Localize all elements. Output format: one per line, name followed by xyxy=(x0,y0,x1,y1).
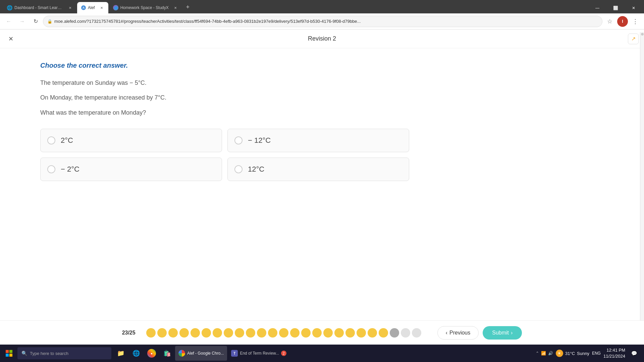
tab-label-dashboard: Dashboard - Smart Learning Ga xyxy=(14,5,64,10)
tab-label-homework: Homework Space - StudyX xyxy=(120,5,169,10)
clock[interactable]: 12:41 PM 11/21/2024 xyxy=(603,347,625,359)
clock-time: 12:41 PM xyxy=(603,347,625,353)
chrome-app-label: Alef - Google Chro... xyxy=(187,351,224,356)
dot-20[interactable] xyxy=(357,328,366,338)
radio-d[interactable] xyxy=(234,165,243,173)
teams-app-icon: T xyxy=(231,350,238,357)
svg-rect-2 xyxy=(6,354,9,357)
radio-c[interactable] xyxy=(47,165,55,173)
tab-bar: 🌐 Dashboard - Smart Learning Ga ✕ A Alef… xyxy=(0,0,644,13)
close-tab-homework[interactable]: ✕ xyxy=(173,5,178,10)
answer-option-d[interactable]: 12°C xyxy=(227,158,409,181)
dot-22[interactable] xyxy=(379,328,388,338)
dot-4[interactable] xyxy=(179,328,189,338)
chevron-right-icon: › xyxy=(511,330,513,336)
content-area: Choose the correct answer. The temperatu… xyxy=(0,48,644,194)
close-tab-dashboard[interactable]: ✕ xyxy=(68,5,72,10)
submit-button[interactable]: Submit › xyxy=(483,326,522,340)
dot-1[interactable] xyxy=(146,328,156,338)
close-tab-alef[interactable]: ✕ xyxy=(99,5,104,10)
dot-6[interactable] xyxy=(202,328,211,338)
expand-button[interactable]: ↗ xyxy=(628,34,639,44)
active-app-chrome[interactable]: Alef - Google Chro... xyxy=(175,346,227,361)
answer-text-b: − 12°C xyxy=(248,136,271,145)
tab-dashboard[interactable]: 🌐 Dashboard - Smart Learning Ga ✕ xyxy=(3,2,76,13)
dot-3[interactable] xyxy=(168,328,178,338)
radio-a[interactable] xyxy=(47,136,55,144)
dot-13[interactable] xyxy=(279,328,288,338)
clock-date: 11/21/2024 xyxy=(603,353,625,359)
dot-25-empty[interactable] xyxy=(412,328,421,338)
previous-button[interactable]: ‹ Previous xyxy=(437,326,479,340)
address-text: moe.alefed.com/?1732175745781#/progress/… xyxy=(54,19,598,24)
taskbar-app-edge[interactable]: 🌐 xyxy=(129,346,144,361)
scroll-top-arrow xyxy=(641,33,644,36)
weather-temp: 31°C xyxy=(565,351,575,356)
dot-21[interactable] xyxy=(368,328,377,338)
start-button[interactable] xyxy=(1,346,17,361)
answer-text-d: 12°C xyxy=(248,165,264,174)
address-bar[interactable]: 🔒 moe.alefed.com/?1732175745781#/progres… xyxy=(43,16,602,27)
answer-option-c[interactable]: − 2°C xyxy=(40,158,222,181)
dot-18[interactable] xyxy=(334,328,344,338)
reload-button[interactable]: ↻ xyxy=(30,15,42,27)
weather-sun-icon: ☀ xyxy=(556,350,563,357)
dot-15[interactable] xyxy=(301,328,311,338)
dot-9[interactable] xyxy=(235,328,244,338)
lock-icon: 🔒 xyxy=(47,19,52,24)
windows-icon xyxy=(6,350,12,357)
search-placeholder-text: Type here to search xyxy=(30,351,68,356)
taskbar-search-box[interactable]: 🔍 Type here to search xyxy=(17,347,111,359)
taskbar-right: ⌃ 📶 🔊 ☀ 31°C Sunny ENG 12:41 PM 11/21/20… xyxy=(536,347,643,359)
weather-condition: Sunny xyxy=(577,351,589,356)
answer-option-a[interactable]: 2°C xyxy=(40,129,222,152)
taskbar-app-chrome[interactable]: ● xyxy=(144,346,159,361)
chevron-left-icon: ‹ xyxy=(446,330,447,336)
dot-17[interactable] xyxy=(323,328,333,338)
new-tab-button[interactable]: + xyxy=(183,2,193,12)
chevron-up-icon[interactable]: ⌃ xyxy=(536,351,539,356)
dot-11[interactable] xyxy=(257,328,266,338)
tab-alef[interactable]: A Alef ✕ xyxy=(77,2,108,13)
minimize-button[interactable]: — xyxy=(590,3,605,13)
answer-option-b[interactable]: − 12°C xyxy=(227,129,409,152)
taskbar-app-file-explorer[interactable]: 📁 xyxy=(113,346,128,361)
dot-14[interactable] xyxy=(290,328,300,338)
dot-7[interactable] xyxy=(213,328,222,338)
nav-buttons: ‹ Previous Submit › xyxy=(437,326,522,340)
sys-tray-icons[interactable]: ⌃ 📶 🔊 xyxy=(536,351,553,356)
taskbar-app-ms-store[interactable]: 🛍️ xyxy=(160,346,174,361)
radio-b[interactable] xyxy=(234,136,243,144)
taskbar-apps: 📁 🌐 ● 🛍️ xyxy=(113,346,174,361)
dot-2[interactable] xyxy=(157,328,167,338)
maximize-button[interactable]: ⬜ xyxy=(608,3,623,13)
dot-19[interactable] xyxy=(345,328,355,338)
close-page-button[interactable]: ✕ xyxy=(5,34,16,44)
question-line-3: What was the temperature on Monday? xyxy=(40,107,604,118)
svg-rect-3 xyxy=(9,354,12,357)
answer-text-c: − 2°C xyxy=(61,165,79,174)
more-options-button[interactable]: ⋮ xyxy=(629,15,641,27)
dot-12[interactable] xyxy=(268,328,277,338)
tab-homework[interactable]: 🌐 Homework Space - StudyX ✕ xyxy=(109,2,182,13)
dot-10[interactable] xyxy=(246,328,255,338)
weather-widget[interactable]: ☀ 31°C Sunny xyxy=(556,350,589,357)
dot-8[interactable] xyxy=(224,328,233,338)
profile-avatar[interactable]: I xyxy=(617,16,628,27)
taskbar: 🔍 Type here to search 📁 🌐 ● 🛍️ Alef - Go… xyxy=(0,345,644,362)
bookmark-star-button[interactable]: ☆ xyxy=(604,15,616,27)
progress-dots xyxy=(146,328,421,338)
back-button[interactable]: ← xyxy=(3,15,15,27)
dot-24-empty[interactable] xyxy=(401,328,410,338)
studyx-favicon-icon: 🌐 xyxy=(113,5,118,10)
forward-button[interactable]: → xyxy=(16,15,28,27)
scrollbar[interactable] xyxy=(640,32,644,345)
dot-16[interactable] xyxy=(312,328,322,338)
dot-5[interactable] xyxy=(191,328,200,338)
notification-button[interactable]: 💬 xyxy=(628,347,640,359)
close-window-button[interactable]: ✕ xyxy=(626,3,641,13)
chrome-app-icon xyxy=(178,350,185,357)
dot-23-current[interactable] xyxy=(390,328,399,338)
active-app-teams[interactable]: T End of Term Review... 2 xyxy=(228,346,290,361)
browser-chrome: 🌐 Dashboard - Smart Learning Ga ✕ A Alef… xyxy=(0,0,644,29)
